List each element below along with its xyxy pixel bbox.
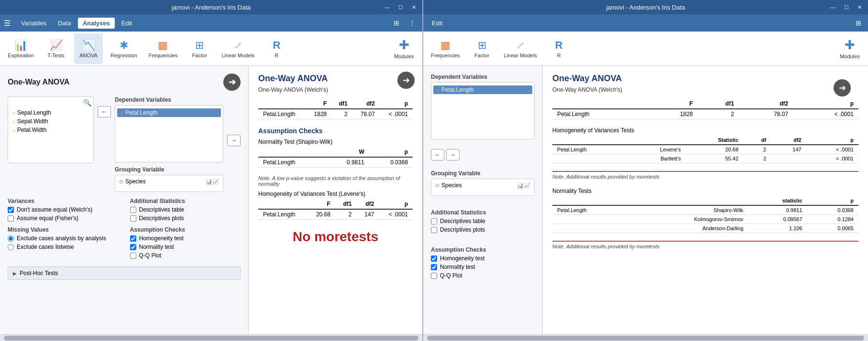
- panel-nav-arrow[interactable]: ➔: [223, 74, 241, 91]
- variance-fisher-checkbox[interactable]: [8, 215, 14, 222]
- dep-var-petal-length[interactable]: ⬦ Petal.Length: [117, 108, 221, 117]
- menu-variables[interactable]: Variables: [16, 18, 51, 29]
- tool-exploration[interactable]: 📊 Exploration: [4, 33, 38, 64]
- left-scrollbar-thumb[interactable]: [4, 336, 418, 341]
- right-group-species: ⊙ Species 📊📈: [433, 181, 532, 190]
- right-tool-r[interactable]: R R: [545, 33, 573, 64]
- tool-anova[interactable]: 📉 ANOVA: [74, 33, 103, 64]
- normality-test-checkbox[interactable]: [130, 244, 136, 250]
- r-anova-row-name: Petal.Length: [552, 109, 647, 119]
- results-nav-arrow[interactable]: ➔: [397, 72, 415, 89]
- minimize-btn[interactable]: —: [382, 3, 392, 11]
- left-scrollbar[interactable]: [0, 334, 422, 341]
- right-win-controls[interactable]: — ☐ ✕: [828, 3, 864, 11]
- right-tool-frequencies[interactable]: ▦ Frequencies: [427, 33, 464, 64]
- menu-analyses[interactable]: Analyses: [78, 18, 115, 29]
- left-win-controls[interactable]: — ☐ ✕: [382, 3, 418, 11]
- tool-frequencies[interactable]: ▦ Frequencies: [145, 33, 182, 64]
- move-right-btn[interactable]: →: [227, 135, 241, 146]
- close-btn[interactable]: ✕: [409, 3, 418, 11]
- right-results-nav[interactable]: ➔: [834, 79, 851, 96]
- right-tool-linear-models[interactable]: ⟋ Linear Models: [500, 33, 541, 64]
- right-homogeneity-checkbox[interactable]: [431, 256, 437, 262]
- right-result-subtitle: One-Way ANOVA (Welch's): [552, 86, 858, 93]
- right-linear-models-label: Linear Models: [504, 53, 537, 58]
- right-scrollbar-thumb[interactable]: [427, 336, 864, 341]
- tool-ttests[interactable]: 📈 T-Tests: [42, 33, 70, 64]
- descriptives-plots-checkbox[interactable]: [130, 215, 136, 222]
- dependent-var-box[interactable]: ⬦ Petal.Length: [115, 105, 223, 162]
- homo-col-name: [258, 199, 307, 209]
- tool-linear-models[interactable]: ⟋ Linear Models: [218, 33, 258, 64]
- dependent-var-label: Dependent Variables: [115, 96, 223, 103]
- menu-edit[interactable]: Edit: [117, 18, 137, 29]
- group-var-actions[interactable]: 📊📈: [206, 179, 219, 185]
- move-left-btn[interactable]: ←: [98, 106, 111, 117]
- var-sepal-length[interactable]: ⬦ Sepal.Length: [10, 108, 91, 117]
- tool-modules[interactable]: ✚ Modules: [390, 33, 418, 64]
- expand-icon[interactable]: ⊞: [391, 18, 402, 28]
- right-close-btn[interactable]: ✕: [855, 3, 864, 11]
- maximize-btn[interactable]: ☐: [396, 3, 406, 11]
- homo-row-f: 20.68: [307, 209, 335, 220]
- var-petal-width[interactable]: ⬦ Petal.Width: [10, 126, 91, 134]
- right-dep-var-box[interactable]: ⬦ Petal.Length: [431, 82, 535, 139]
- var-sepal-width[interactable]: ⬦ Sepal.Width: [10, 117, 91, 126]
- right-qq-label: Q-Q Plot: [440, 272, 462, 279]
- anova-table: F df1 df2 p Petal.Length 1828 2 78.07 <: [258, 99, 413, 119]
- right-scrollbar[interactable]: [423, 334, 868, 341]
- r-label: R: [275, 53, 278, 58]
- right-dep-petal-length[interactable]: ⬦ Petal.Length: [433, 85, 532, 94]
- right-group-var-box[interactable]: ⊙ Species 📊📈: [431, 179, 535, 196]
- var-petal-width-icon: ⬦: [12, 127, 15, 133]
- right-menu-edit[interactable]: Edit: [427, 18, 447, 29]
- grouping-var-box[interactable]: ⊙ Species 📊📈: [115, 175, 223, 192]
- variances-col: Variances Don't assume equal (Welch's) A…: [8, 198, 119, 261]
- right-maximize-btn[interactable]: ☐: [842, 3, 851, 11]
- right-var-arrows: ← →: [431, 149, 535, 160]
- more-icon[interactable]: ⋮: [406, 18, 418, 28]
- right-group-actions[interactable]: 📊📈: [517, 182, 530, 189]
- descriptives-table-checkbox[interactable]: [130, 207, 136, 213]
- right-window-title: jamovi - Anderson's Iris Data: [606, 4, 685, 11]
- tool-factor[interactable]: ⊞ Factor: [185, 33, 214, 64]
- r-homo-levene-df2: 147: [771, 145, 806, 154]
- right-desc-table-checkbox[interactable]: [431, 218, 437, 224]
- r-homo-col-name: [552, 136, 627, 145]
- r-homo-col-df2: df2: [771, 136, 806, 145]
- missing-listwise-radio[interactable]: [8, 244, 14, 250]
- right-homogeneity-row: Homogeneity test: [431, 255, 535, 262]
- variance-welch-checkbox[interactable]: [8, 207, 14, 213]
- right-normality-checkbox[interactable]: [431, 264, 437, 270]
- hamburger-menu[interactable]: ☰: [4, 19, 11, 28]
- post-hoc-bar[interactable]: ▶ Post-Hoc Tests: [8, 266, 241, 280]
- var-search-icon[interactable]: 🔍: [83, 99, 91, 107]
- right-content-area: Dependent Variables ⬦ Petal.Length ← → G…: [423, 66, 868, 334]
- right-tool-modules[interactable]: ✚ Modules: [835, 33, 864, 64]
- homogeneity-test-checkbox[interactable]: [130, 235, 136, 242]
- r-homo-levene-p: < .0001: [806, 145, 858, 154]
- menu-data[interactable]: Data: [53, 18, 76, 29]
- right-left-arrow-btn[interactable]: ←: [431, 149, 444, 160]
- right-desc-plots-label: Descriptives plots: [440, 226, 485, 233]
- missing-analysis-radio[interactable]: [8, 235, 14, 242]
- descriptives-plots-label: Descriptives plots: [139, 215, 184, 222]
- r-homo-bartlett-df2: [771, 154, 806, 163]
- qq-plot-row: Q-Q Plot: [130, 252, 241, 259]
- descriptives-table-label: Descriptives table: [139, 206, 185, 213]
- right-desc-plots-checkbox[interactable]: [431, 227, 437, 233]
- r-norm-ad-stat: 1.106: [748, 224, 807, 233]
- r-anova-col-df2: df2: [739, 99, 793, 109]
- tool-r[interactable]: R R: [262, 33, 291, 64]
- right-right-arrow-btn[interactable]: →: [446, 149, 460, 160]
- right-minimize-btn[interactable]: —: [828, 3, 838, 11]
- right-dep-icon: ⬦: [436, 87, 439, 93]
- normality-note: Note. A low p-value suggests a violation…: [258, 175, 413, 187]
- tool-regression[interactable]: ✱ Regression: [107, 33, 141, 64]
- right-expand-icon[interactable]: ⊞: [853, 18, 864, 28]
- left-window-title: jamovi - Anderson's Iris Data: [172, 4, 251, 11]
- qq-plot-checkbox[interactable]: [130, 253, 136, 259]
- right-tool-factor[interactable]: ⊞ Factor: [468, 33, 496, 64]
- right-qq-checkbox[interactable]: [431, 273, 437, 279]
- panel-title-text: One-Way ANOVA: [8, 78, 69, 86]
